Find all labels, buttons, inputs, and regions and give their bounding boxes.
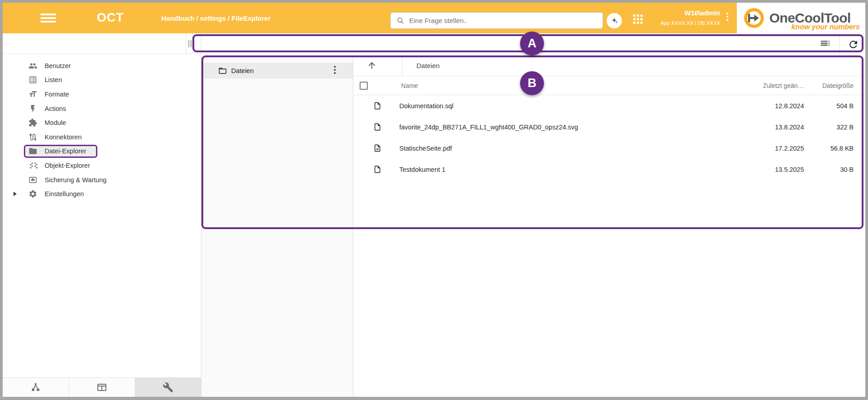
- sidebar-bottom-tabbar: [3, 377, 201, 397]
- folder-outline-icon: [218, 66, 227, 75]
- backup-icon: [28, 175, 37, 184]
- file-table-body: Dokumentation.sql 12.8.2024 504 B favori…: [353, 95, 865, 180]
- tree-item-label: Dateien: [231, 67, 254, 74]
- divider: [839, 33, 840, 55]
- sidebar-item-label: Objekt-Explorer: [45, 162, 90, 169]
- tab-tools[interactable]: [135, 378, 201, 397]
- apps-grid-icon[interactable]: [633, 14, 643, 24]
- sidebar-item-datei-explorer[interactable]: Datei-Explorer: [24, 145, 97, 158]
- sidebar: Benutzer Listen Formate Actions Module K…: [3, 33, 201, 397]
- file-size: 30 B: [804, 166, 854, 173]
- column-header-modified[interactable]: Zuletzt geän…: [743, 82, 804, 89]
- sidebar-item-listen[interactable]: Listen: [3, 73, 201, 87]
- sidebar-item-label: Sicherung & Wartung: [45, 176, 106, 184]
- column-header-name[interactable]: Name: [401, 82, 418, 89]
- app-window: OCT Handbuch / settings / FileExplorer W…: [3, 3, 865, 397]
- divider: [402, 55, 402, 76]
- sidebar-item-label: Module: [45, 119, 66, 126]
- tree-item-dateien[interactable]: Dateien: [201, 63, 353, 78]
- wrench-icon: [163, 382, 174, 393]
- column-header-size[interactable]: Dateigröße: [804, 82, 854, 89]
- ai-assistant-button[interactable]: [607, 13, 622, 28]
- route-icon: [28, 133, 37, 142]
- file-name: Testdokument 1: [399, 166, 445, 173]
- file-size: 504 B: [804, 102, 854, 110]
- logo-tagline: know your numbers: [791, 23, 860, 31]
- file-name: StatischeSeite.pdf: [399, 145, 452, 152]
- sparkle-icon: [610, 16, 619, 25]
- user-block[interactable]: W10\admin App XXXX.XX | DB XXXX: [661, 9, 720, 26]
- format-icon: [28, 90, 37, 99]
- search-icon: [396, 16, 405, 25]
- select-all-checkbox[interactable]: [360, 82, 368, 90]
- hierarchy-icon: [30, 382, 41, 393]
- hamburger-menu-icon[interactable]: [41, 14, 56, 23]
- user-name: W10\admin: [661, 9, 720, 17]
- file-modified-date: 13.8.2024: [743, 124, 804, 131]
- sidebar-item-einstellungen[interactable]: Einstellungen: [3, 187, 201, 201]
- sidebar-item-konnektoren[interactable]: Konnektoren: [3, 130, 201, 144]
- toolbar-right-group: [819, 33, 865, 55]
- file-row[interactable]: StatischeSeite.pdf 17.2.2025 56.8 KB: [353, 138, 865, 159]
- question-search[interactable]: [390, 12, 603, 29]
- sidebar-item-label: Formate: [45, 91, 69, 98]
- view-list-icon[interactable]: [819, 38, 831, 50]
- gear-icon: [28, 189, 37, 198]
- sidebar-nav-list: Benutzer Listen Formate Actions Module K…: [3, 59, 201, 201]
- annotation-marker-a: A: [520, 32, 544, 55]
- file-size: 322 B: [804, 124, 854, 131]
- sidebar-item-sicherung-wartung[interactable]: Sicherung & Wartung: [3, 173, 201, 187]
- screenshot-frame: OCT Handbuch / settings / FileExplorer W…: [0, 0, 868, 400]
- sidebar-item-label: Datei-Explorer: [45, 147, 87, 155]
- sidebar-item-label: Actions: [45, 105, 66, 112]
- file-explorer-content: Dateien Dateien Name Zuletzt geän… Dat: [201, 55, 865, 397]
- panel-resize-handle-icon[interactable]: [188, 40, 192, 47]
- users-icon: [28, 61, 37, 70]
- expand-arrow-icon[interactable]: [14, 192, 17, 196]
- sidebar-item-label: Konnektoren: [45, 133, 82, 141]
- sidebar-item-objekt-explorer[interactable]: Objekt-Explorer: [3, 158, 201, 173]
- file-name: Dokumentation.sql: [399, 102, 453, 110]
- puzzle-icon: [28, 118, 37, 127]
- tree-item-kebab-menu-icon[interactable]: [334, 66, 336, 75]
- file-list-panel: Dateien Name Zuletzt geän… Dateigröße Do…: [353, 55, 865, 397]
- breadcrumb: Handbuch / settings / FileExplorer: [161, 14, 271, 22]
- file-row[interactable]: favorite_24dp_BB271A_FILL1_wght400_GRAD0…: [353, 116, 865, 138]
- path-bar: Dateien: [353, 55, 865, 76]
- file-table-header: Name Zuletzt geän… Dateigröße: [353, 76, 865, 95]
- sidebar-item-label: Benutzer: [45, 62, 71, 69]
- file-row[interactable]: Dokumentation.sql 12.8.2024 504 B: [353, 95, 865, 116]
- file-pdf-icon: [373, 144, 382, 152]
- card-icon: [96, 382, 107, 393]
- divider: [186, 33, 186, 54]
- app-db-version: App XXXX.XX | DB XXXX: [661, 20, 720, 26]
- file-icon: [373, 165, 382, 174]
- app-title: OCT: [97, 11, 124, 25]
- arrow-up-icon[interactable]: [367, 60, 377, 70]
- tab-hierarchy[interactable]: [3, 378, 69, 397]
- file-row[interactable]: Testdokument 1 13.5.2025 30 B: [353, 159, 865, 180]
- refresh-icon[interactable]: [848, 39, 859, 50]
- file-modified-date: 13.5.2025: [743, 166, 804, 173]
- sidebar-top-strip: [3, 33, 201, 54]
- file-size: 56.8 KB: [804, 145, 854, 152]
- search-input[interactable]: [409, 17, 603, 24]
- sidebar-item-module[interactable]: Module: [3, 115, 201, 130]
- file-icon: [373, 123, 382, 131]
- sidebar-item-label: Listen: [45, 76, 62, 83]
- file-icon: [373, 101, 382, 110]
- list-icon: [28, 75, 37, 84]
- file-modified-date: 12.8.2024: [743, 102, 804, 110]
- onecooltool-logo-mark-icon: [743, 7, 765, 29]
- user-kebab-menu-icon[interactable]: [726, 13, 728, 22]
- file-modified-date: 17.2.2025: [743, 145, 804, 152]
- annotation-marker-b: B: [520, 71, 544, 95]
- sidebar-item-formate[interactable]: Formate: [3, 87, 201, 101]
- folder-icon: [28, 147, 37, 156]
- grid-dots-icon: [28, 161, 37, 170]
- tab-cards[interactable]: [69, 378, 135, 397]
- sidebar-item-actions[interactable]: Actions: [3, 101, 201, 116]
- current-folder-label: Dateien: [416, 55, 440, 76]
- sidebar-item-benutzer[interactable]: Benutzer: [3, 59, 201, 73]
- sidebar-item-label: Einstellungen: [45, 190, 84, 198]
